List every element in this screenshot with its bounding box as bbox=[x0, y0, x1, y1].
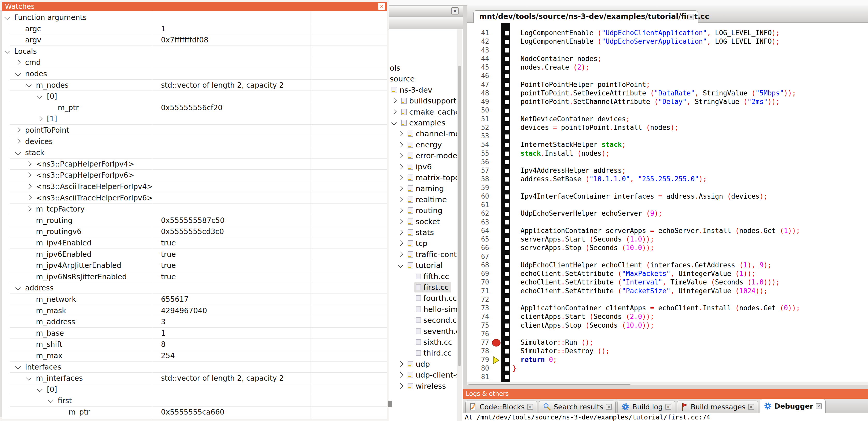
line-number[interactable]: 73 bbox=[467, 304, 489, 312]
tree-item-content[interactable]: socket bbox=[406, 217, 442, 227]
tree-item-content[interactable]: ns-3-dev bbox=[390, 85, 435, 95]
watch-row[interactable]: cmd bbox=[10, 57, 387, 68]
tree-item-naming[interactable]: naming bbox=[389, 183, 458, 194]
logs-panel-title[interactable]: Logs & others bbox=[463, 389, 868, 399]
watch-row[interactable]: first bbox=[10, 395, 387, 407]
tree-item-content[interactable]: udp bbox=[406, 359, 432, 369]
watch-row[interactable]: m_base1 bbox=[10, 328, 387, 339]
line-number[interactable]: 42 bbox=[467, 37, 489, 45]
chevron-down-icon[interactable] bbox=[391, 120, 397, 125]
tree-item-traffic-contro[interactable]: traffic-contro bbox=[389, 249, 458, 260]
chevron-right-icon[interactable] bbox=[398, 142, 403, 148]
tree-item-ns-3-dev[interactable]: ns-3-dev bbox=[389, 84, 458, 95]
chevron-right-icon[interactable] bbox=[15, 127, 21, 133]
tree-item-ipv6[interactable]: ipv6 bbox=[389, 161, 458, 172]
fold-marker[interactable] bbox=[505, 66, 509, 70]
tree-item-content[interactable]: examples bbox=[400, 118, 448, 128]
fold-marker[interactable] bbox=[505, 263, 509, 267]
logs-tab-search-results[interactable]: Search results✕ bbox=[539, 400, 616, 413]
line-number[interactable]: 60 bbox=[467, 192, 489, 200]
close-icon[interactable]: ✕ bbox=[665, 404, 671, 410]
line-number[interactable]: 78 bbox=[467, 347, 489, 355]
watch-row[interactable]: m_shift8 bbox=[10, 339, 387, 350]
chevron-right-icon[interactable] bbox=[398, 219, 403, 224]
watch-row[interactable]: <ns3::PcapHelperForIpv6> bbox=[10, 170, 387, 181]
line-number[interactable]: 69 bbox=[467, 270, 489, 278]
logs-tab-debugger[interactable]: Debugger✕ bbox=[760, 399, 826, 413]
chevron-down-icon[interactable] bbox=[48, 398, 53, 403]
tree-item-sixth-cc[interactable]: sixth.cc bbox=[389, 336, 458, 348]
line-number[interactable]: 48 bbox=[467, 89, 489, 97]
watch-row[interactable]: m_ipv6Enabledtrue bbox=[10, 249, 387, 260]
line-number[interactable]: 64 bbox=[467, 227, 489, 234]
watch-row[interactable]: stack bbox=[10, 147, 387, 159]
tree-item-content[interactable]: seventh.cc bbox=[414, 326, 458, 336]
watch-row[interactable]: <ns3::PcapHelperForIpv4> bbox=[10, 159, 387, 170]
tree-item-tutorial[interactable]: tutorial bbox=[389, 260, 458, 271]
line-number[interactable]: 66 bbox=[467, 244, 489, 252]
tree-item-error-model[interactable]: error-model bbox=[389, 150, 458, 161]
tree-item-content[interactable]: naming bbox=[406, 183, 446, 194]
tree-item-third-cc[interactable]: third.cc bbox=[389, 347, 458, 358]
tree-item-ols[interactable]: ols bbox=[389, 62, 458, 73]
fold-marker[interactable] bbox=[505, 366, 509, 370]
chevron-down-icon[interactable] bbox=[15, 150, 21, 155]
watch-row[interactable]: Locals bbox=[10, 46, 387, 57]
chevron-right-icon[interactable] bbox=[398, 361, 403, 367]
fold-marker[interactable] bbox=[505, 177, 509, 182]
fold-marker[interactable] bbox=[505, 246, 509, 250]
tree-item-content[interactable]: tcp bbox=[406, 238, 430, 249]
tree-item-matrix-topolo[interactable]: matrix-topolo bbox=[389, 172, 458, 183]
fold-marker[interactable] bbox=[505, 31, 509, 35]
tree-item-content[interactable]: fourth.cc bbox=[414, 293, 458, 303]
chevron-right-icon[interactable] bbox=[15, 60, 21, 65]
line-number[interactable]: 63 bbox=[467, 218, 489, 226]
line-number[interactable]: 46 bbox=[467, 72, 489, 79]
fold-marker[interactable] bbox=[505, 203, 509, 207]
chevron-right-icon[interactable] bbox=[398, 175, 403, 180]
tree-item-content[interactable]: cmake_cache bbox=[400, 107, 458, 117]
watch-row[interactable]: address bbox=[10, 282, 387, 294]
tree-item-udp-client-ser[interactable]: udp-client-ser bbox=[389, 369, 458, 380]
fold-marker[interactable] bbox=[505, 57, 509, 61]
logs-tab-build-messages[interactable]: Build messages✕ bbox=[677, 400, 758, 413]
tree-item-content[interactable]: first.cc bbox=[414, 282, 451, 292]
tree-item-content[interactable]: fifth.cc bbox=[414, 271, 452, 282]
tree-item-udp[interactable]: udp bbox=[389, 358, 458, 369]
tree-item-content[interactable]: hello-simul bbox=[414, 304, 458, 315]
tree-item-tcp[interactable]: tcp bbox=[389, 238, 458, 249]
chevron-right-icon[interactable] bbox=[26, 172, 32, 177]
chevron-down-icon[interactable] bbox=[398, 262, 403, 268]
fold-marker[interactable] bbox=[505, 160, 509, 164]
watches-window-title[interactable]: Watches bbox=[2, 2, 387, 11]
tree-item-content[interactable]: error-model bbox=[406, 151, 458, 161]
fold-marker[interactable] bbox=[505, 315, 509, 319]
chevron-right-icon[interactable] bbox=[398, 131, 403, 136]
chevron-down-icon[interactable] bbox=[4, 14, 10, 20]
fold-marker[interactable] bbox=[505, 358, 509, 362]
tree-item-seventh-cc[interactable]: seventh.cc bbox=[389, 326, 458, 337]
tree-item-second-cc[interactable]: second.cc bbox=[389, 315, 458, 326]
fold-marker[interactable] bbox=[505, 108, 509, 113]
fold-marker[interactable] bbox=[505, 324, 509, 328]
close-icon[interactable]: ✕ bbox=[378, 3, 385, 10]
close-icon[interactable]: ✕ bbox=[451, 7, 459, 14]
chevron-right-icon[interactable] bbox=[398, 186, 403, 191]
line-number[interactable]: 47 bbox=[467, 81, 489, 89]
fold-marker[interactable] bbox=[505, 289, 509, 293]
line-number[interactable]: 61 bbox=[467, 201, 489, 209]
fold-marker[interactable] bbox=[505, 281, 509, 285]
line-number[interactable]: 59 bbox=[467, 184, 489, 192]
fold-marker[interactable] bbox=[505, 186, 509, 190]
watch-row[interactable]: m_ptr0x5555555ca660 bbox=[10, 407, 387, 418]
tree-item-content[interactable]: ipv6 bbox=[406, 162, 434, 172]
fold-marker[interactable] bbox=[505, 238, 509, 242]
fold-marker[interactable] bbox=[505, 100, 509, 104]
watch-row[interactable]: [0] bbox=[10, 91, 387, 102]
line-number[interactable]: 67 bbox=[467, 253, 489, 260]
watch-row[interactable]: m_nodesstd::vector of length 2, capacity… bbox=[10, 79, 387, 91]
line-number[interactable]: 50 bbox=[467, 106, 489, 114]
tree-item-stats[interactable]: stats bbox=[389, 227, 458, 238]
watch-row[interactable]: m_routingv60x5555555cd3c0 bbox=[10, 226, 387, 237]
fold-marker[interactable] bbox=[505, 220, 509, 224]
